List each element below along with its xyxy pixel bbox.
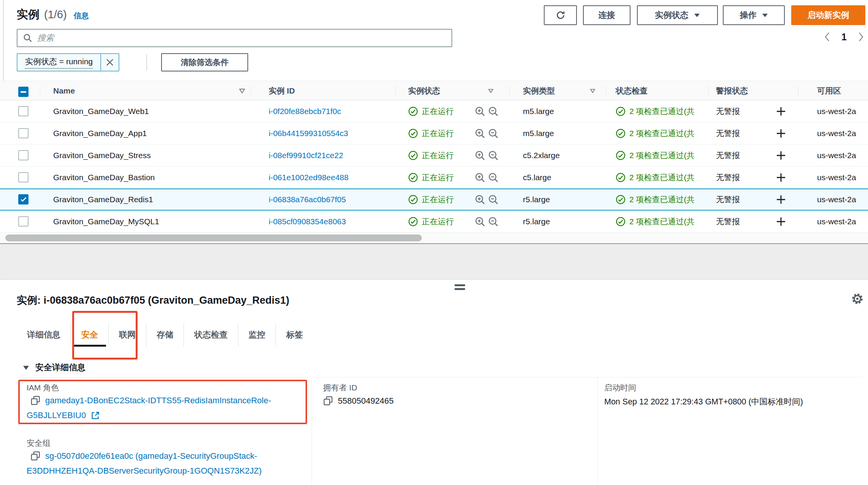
alarm-status: 无警报 — [716, 211, 740, 232]
filter-separator — [146, 54, 147, 71]
zoom-in-icon[interactable] — [474, 194, 486, 205]
scrollbar-thumb[interactable] — [5, 235, 422, 241]
zoom-out-icon[interactable] — [488, 216, 499, 227]
split-panel-drag-handle[interactable] — [455, 284, 465, 290]
detail-tab-0[interactable]: 详细信息 — [17, 323, 71, 347]
table-row[interactable]: Graviton_GameDay_App1 i-06b441599310554c… — [0, 122, 868, 144]
add-alarm-icon[interactable] — [776, 173, 786, 182]
zoom-out-icon[interactable] — [488, 194, 499, 205]
check-icon — [21, 197, 27, 202]
info-link[interactable]: 信息 — [74, 11, 89, 21]
state-zoom-controls — [474, 216, 499, 227]
instance-type: m5.large — [523, 122, 554, 144]
status-check: 2 项检查已通过(共 — [616, 166, 695, 188]
table-row[interactable]: Graviton_GameDay_Redis1 i-06838a76ac0b67… — [0, 189, 868, 211]
column-header-az[interactable]: 可用区 — [817, 81, 841, 101]
instance-state-menu-button[interactable]: 实例状态 — [637, 5, 718, 25]
zoom-in-icon[interactable] — [474, 106, 486, 117]
row-checkbox[interactable] — [18, 194, 29, 204]
search-input[interactable] — [37, 33, 446, 43]
column-header-name[interactable]: Name — [53, 81, 75, 101]
instance-id-link[interactable]: i-06b441599310554c3 — [269, 122, 348, 144]
filter-token-label: 实例状态 = running — [25, 56, 93, 69]
zoom-in-icon[interactable] — [474, 172, 486, 183]
detail-tab-1[interactable]: 安全 — [71, 323, 108, 347]
iam-role-link[interactable]: gameday1-DBonEC2Stack-IDTTS55-RedisIamIn… — [45, 396, 271, 406]
page-number[interactable]: 1 — [841, 32, 847, 43]
row-checkbox[interactable] — [18, 106, 29, 116]
instance-id-link[interactable]: i-06838a76ac0b67f05 — [269, 189, 346, 210]
detail-tab-6[interactable]: 标签 — [276, 323, 313, 347]
instance-name: Graviton_GameDay_Bastion — [53, 166, 155, 188]
instance-id-link[interactable]: i-061e1002ed98ee488 — [269, 166, 348, 188]
table-row[interactable]: Graviton_GameDay_Bastion i-061e1002ed98e… — [0, 166, 868, 189]
row-checkbox[interactable] — [18, 128, 29, 138]
instance-state: 正在运行 — [408, 100, 454, 122]
filter-dropdown-icon[interactable] — [488, 89, 494, 93]
running-check-icon — [408, 173, 418, 182]
state-zoom-controls — [474, 150, 499, 161]
sort-icon[interactable] — [239, 88, 246, 94]
zoom-out-icon[interactable] — [488, 172, 499, 183]
status-check-label: 2 项检查已通过(共 — [629, 150, 695, 161]
header-divider — [798, 86, 798, 96]
security-group-link[interactable]: sg-0507d0e20fe61ea0c (gameday1-SecurityG… — [45, 451, 257, 461]
copy-icon[interactable] — [30, 395, 41, 406]
state-zoom-controls — [474, 128, 499, 139]
zoom-in-icon[interactable] — [474, 216, 486, 227]
detail-tab-2[interactable]: 联网 — [108, 323, 146, 347]
iam-role-link[interactable]: G5BJLLYEBIU0 — [27, 411, 86, 420]
instance-state-label: 正在运行 — [422, 172, 454, 183]
security-group-link[interactable]: E3DDHHZEH1QA-DBServerSecurityGroup-1GOQN… — [27, 466, 262, 476]
copy-icon[interactable] — [30, 451, 41, 461]
actions-menu-button[interactable]: 操作 — [723, 5, 785, 25]
check-passed-icon — [616, 151, 626, 160]
column-header-alarm[interactable]: 警报状态 — [716, 81, 748, 101]
add-alarm-icon[interactable] — [776, 128, 786, 138]
table-row[interactable]: Graviton_GameDay_MySQL1 i-085cf0908354e8… — [0, 211, 868, 233]
zoom-out-icon[interactable] — [488, 106, 499, 117]
add-alarm-icon[interactable] — [776, 151, 786, 160]
gear-icon[interactable] — [851, 293, 863, 305]
refresh-button[interactable] — [544, 5, 577, 25]
next-page-icon[interactable] — [858, 31, 864, 43]
instance-id-link[interactable]: i-0f20fe88ebcb71f0c — [269, 100, 341, 122]
row-checkbox[interactable] — [18, 150, 29, 160]
table-row[interactable]: Graviton_GameDay_Web1 i-0f20fe88ebcb71f0… — [0, 100, 868, 122]
table-row[interactable]: Graviton_GameDay_Stress i-08ef99910cf21c… — [0, 144, 868, 166]
zoom-out-icon[interactable] — [488, 150, 499, 161]
detail-tab-4[interactable]: 状态检查 — [184, 323, 238, 347]
column-header-instance-id[interactable]: 实例 ID — [269, 81, 295, 101]
connect-button[interactable]: 连接 — [583, 5, 630, 25]
zoom-in-icon[interactable] — [474, 150, 486, 161]
clear-filters-button[interactable]: 清除筛选条件 — [161, 53, 248, 71]
launch-instances-button[interactable]: 启动新实例 — [791, 5, 865, 25]
detail-tab-3[interactable]: 存储 — [146, 323, 184, 347]
column-header-status-check[interactable]: 状态检查 — [616, 81, 648, 101]
prev-page-icon[interactable] — [824, 31, 830, 43]
select-all-checkbox[interactable] — [18, 87, 29, 97]
security-details-toggle[interactable]: 安全详细信息 — [23, 362, 86, 373]
column-header-instance-state[interactable]: 实例状态 — [408, 81, 440, 101]
add-alarm-icon[interactable] — [776, 106, 786, 116]
instance-state-label: 正在运行 — [422, 106, 454, 117]
zoom-out-icon[interactable] — [488, 128, 499, 139]
instance-state-label: 正在运行 — [422, 194, 454, 205]
row-checkbox[interactable] — [18, 172, 29, 182]
instance-id-link[interactable]: i-08ef99910cf21ce22 — [269, 144, 343, 166]
filter-dropdown-icon[interactable] — [590, 89, 596, 93]
row-checkbox[interactable] — [18, 216, 29, 227]
status-check: 2 项检查已通过(共 — [616, 211, 695, 232]
availability-zone: us-west-2a — [817, 122, 856, 144]
alarm-status: 无警报 — [716, 122, 740, 144]
filter-token[interactable]: 实例状态 = running — [17, 53, 119, 71]
copy-icon[interactable] — [323, 396, 333, 406]
detail-tab-5[interactable]: 监控 — [238, 323, 276, 347]
instance-id-link[interactable]: i-085cf0908354e8063 — [269, 211, 346, 232]
add-alarm-icon[interactable] — [776, 217, 786, 227]
filter-token-close[interactable] — [100, 54, 119, 71]
column-header-instance-type[interactable]: 实例类型 — [523, 81, 555, 101]
add-alarm-icon[interactable] — [776, 195, 786, 204]
external-link-icon[interactable] — [90, 411, 100, 420]
zoom-in-icon[interactable] — [474, 128, 486, 139]
